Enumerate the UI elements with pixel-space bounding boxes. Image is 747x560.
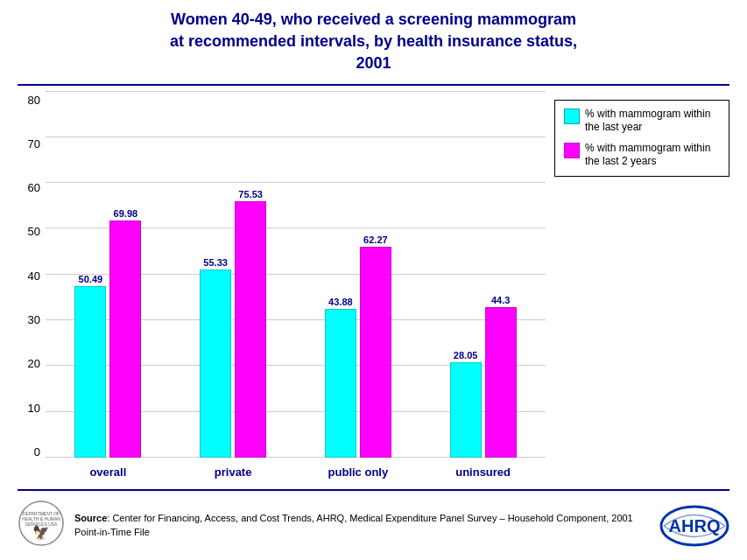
magenta-bar — [235, 201, 266, 458]
magenta-bar-wrapper: 75.53 — [235, 189, 266, 458]
magenta-bar-value: 62.27 — [363, 234, 388, 245]
page: Women 40-49, who received a screening ma… — [0, 0, 747, 560]
y-axis-label: 20 — [28, 358, 40, 369]
y-axis-label: 80 — [28, 94, 40, 106]
title-divider — [18, 84, 729, 86]
bar-group: 43.8862.27 — [296, 234, 421, 458]
legend-item: % with mammogram within the last year — [564, 108, 720, 135]
y-axis-label: 30 — [28, 314, 40, 326]
legend-color-box — [564, 143, 580, 158]
magenta-bar — [109, 220, 141, 458]
bars-row: 50.4969.9855.3375.5343.8862.2728.0544.3 — [46, 91, 546, 484]
cyan-bar — [325, 309, 356, 458]
cyan-bar-wrapper: 28.05 — [450, 350, 482, 458]
legend-item: % with mammogram within the last 2 years — [564, 142, 720, 169]
footer: DEPARTMENT OF HEALTH & HUMAN SERVICES US… — [18, 500, 729, 551]
cyan-bar-wrapper: 43.88 — [325, 297, 356, 458]
hhs-logo: DEPARTMENT OF HEALTH & HUMAN SERVICES US… — [18, 500, 66, 551]
cyan-bar — [74, 286, 106, 458]
bar-group: 55.3375.53 — [171, 189, 296, 458]
legend-label: % with mammogram within the last 2 years — [585, 142, 720, 169]
svg-text:🦅: 🦅 — [32, 524, 50, 541]
footer-divider — [18, 489, 729, 491]
footer-source-text: Source: Center for Financing, Access, an… — [74, 512, 651, 539]
chart-area: 80706050403020100 50.4969.9855.3375.5343… — [18, 91, 729, 484]
bar-group: 28.0544.3 — [420, 295, 546, 458]
cyan-bar — [200, 270, 231, 458]
y-axis: 80706050403020100 — [18, 91, 46, 484]
source-bold-label: Source — [74, 513, 107, 523]
cyan-bar-value: 28.05 — [454, 350, 478, 360]
magenta-bar-wrapper: 62.27 — [360, 234, 391, 458]
y-axis-label: 70 — [28, 138, 40, 150]
legend-color-box — [564, 108, 580, 124]
bar-group: 50.4969.98 — [46, 208, 171, 458]
cyan-bar-value: 43.88 — [328, 297, 353, 307]
y-axis-label: 10 — [28, 402, 40, 414]
magenta-bar-wrapper: 44.3 — [485, 295, 517, 458]
y-axis-label: 50 — [28, 226, 40, 237]
cyan-bar-wrapper: 55.33 — [200, 257, 231, 458]
magenta-bar-wrapper: 69.98 — [109, 208, 141, 458]
source-text: : Center for Financing, Access, and Cost… — [74, 513, 633, 536]
magenta-bar-value: 75.53 — [238, 189, 263, 200]
ahrq-logo-container: AHRQ — [659, 504, 729, 548]
y-axis-label: 40 — [28, 270, 40, 282]
cyan-bar-value: 55.33 — [203, 257, 228, 268]
figure-title-line2: Women 40-49, who received a screening ma… — [170, 9, 577, 75]
legend: % with mammogram within the last year% w… — [554, 100, 729, 177]
y-axis-label: 60 — [28, 182, 40, 193]
title-section: Women 40-49, who received a screening ma… — [170, 9, 577, 75]
legend-label: % with mammogram within the last year — [585, 108, 720, 135]
magenta-bar-value: 44.3 — [491, 295, 510, 305]
magenta-bar — [360, 247, 391, 458]
chart-container: 80706050403020100 50.4969.9855.3375.5343… — [18, 91, 546, 484]
magenta-bar-value: 69.98 — [114, 208, 138, 219]
cyan-bar-value: 50.49 — [79, 274, 103, 284]
bars-and-grid: 50.4969.9855.3375.5343.8862.2728.0544.3 … — [46, 91, 546, 484]
y-axis-label: 0 — [34, 446, 40, 458]
cyan-bar — [450, 362, 482, 458]
magenta-bar — [485, 307, 517, 458]
cyan-bar-wrapper: 50.49 — [74, 274, 106, 458]
